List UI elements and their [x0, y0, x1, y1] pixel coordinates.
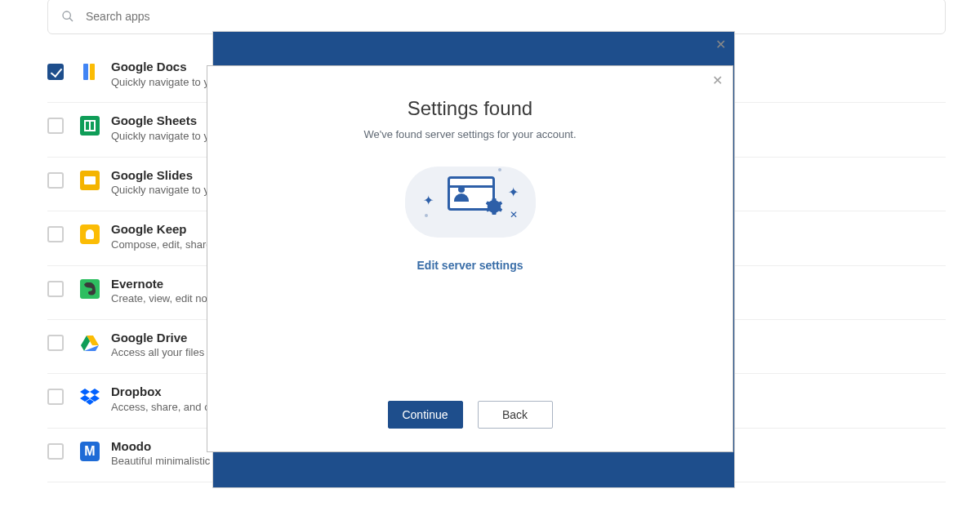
svg-marker-6: [90, 389, 100, 395]
app-checkbox[interactable]: [47, 281, 64, 297]
svg-line-1: [69, 18, 73, 21]
app-name: Evernote: [111, 276, 221, 292]
settings-found-modal: ✕ Settings found We've found server sett…: [207, 65, 733, 452]
back-button[interactable]: Back: [478, 401, 553, 429]
app-checkbox[interactable]: [47, 226, 64, 242]
app-checkbox[interactable]: [47, 172, 64, 189]
settings-illustration: ✦ ✦ ✕: [405, 160, 536, 238]
modal-subtitle: We've found server settings for your acc…: [363, 128, 576, 140]
app-checkbox[interactable]: [47, 118, 64, 134]
app-checkbox[interactable]: [47, 389, 64, 405]
google-drive-icon: [80, 333, 100, 353]
search-input[interactable]: [86, 10, 932, 23]
google-docs-icon: [80, 62, 100, 82]
search-icon: [61, 10, 74, 23]
search-bar[interactable]: [47, 0, 946, 34]
google-sheets-icon: [80, 116, 100, 136]
google-keep-icon: [80, 224, 100, 244]
app-checkbox[interactable]: [47, 443, 64, 460]
app-checkbox[interactable]: [47, 64, 64, 80]
app-checkbox[interactable]: [47, 335, 64, 351]
dropbox-icon: [80, 387, 100, 407]
evernote-icon: [80, 279, 100, 299]
svg-point-0: [63, 11, 70, 19]
continue-button[interactable]: Continue: [388, 401, 463, 429]
svg-marker-5: [80, 389, 90, 395]
moodo-icon: [80, 442, 100, 461]
close-icon[interactable]: ✕: [713, 37, 728, 51]
app-description: Create, view, edit notes: [111, 292, 221, 306]
google-slides-icon: [80, 171, 100, 190]
close-icon[interactable]: ✕: [710, 73, 724, 87]
edit-server-settings-link[interactable]: Edit server settings: [417, 259, 523, 272]
modal-title: Settings found: [408, 97, 532, 120]
